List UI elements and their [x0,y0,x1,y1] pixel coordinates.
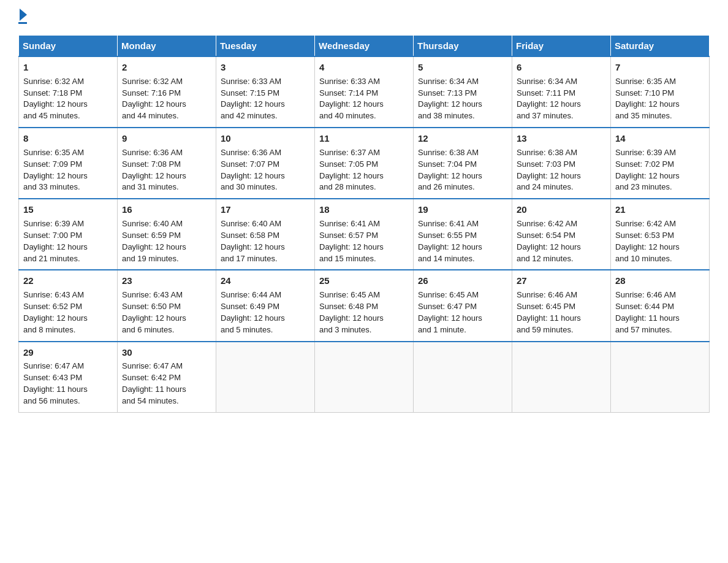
calendar-cell: 7Sunrise: 6:35 AMSunset: 7:10 PMDaylight… [611,56,710,128]
logo-arrow-icon [20,9,27,21]
day-number: 1 [23,61,113,74]
header-cell-friday: Friday [512,36,611,57]
day-info: Sunrise: 6:34 AMSunset: 7:11 PMDaylight:… [517,76,606,122]
day-info: Sunrise: 6:37 AMSunset: 7:05 PMDaylight:… [319,147,409,193]
week-row-1: 1Sunrise: 6:32 AMSunset: 7:18 PMDaylight… [19,56,710,128]
day-number: 17 [221,203,310,216]
day-info: Sunrise: 6:43 AMSunset: 6:52 PMDaylight:… [23,289,113,335]
header-cell-sunday: Sunday [19,36,118,57]
day-number: 29 [23,346,113,359]
day-info: Sunrise: 6:44 AMSunset: 6:49 PMDaylight:… [221,289,310,335]
day-info: Sunrise: 6:42 AMSunset: 6:53 PMDaylight:… [615,218,705,264]
day-info: Sunrise: 6:36 AMSunset: 7:07 PMDaylight:… [221,147,310,193]
calendar-cell: 12Sunrise: 6:38 AMSunset: 7:04 PMDayligh… [414,128,512,199]
week-row-2: 8Sunrise: 6:35 AMSunset: 7:09 PMDaylight… [19,128,710,199]
calendar-cell: 4Sunrise: 6:33 AMSunset: 7:14 PMDaylight… [315,56,414,128]
day-number: 3 [221,61,310,74]
calendar-cell: 17Sunrise: 6:40 AMSunset: 6:58 PMDayligh… [216,199,315,270]
day-info: Sunrise: 6:35 AMSunset: 7:10 PMDaylight:… [615,76,705,122]
calendar-body: 1Sunrise: 6:32 AMSunset: 7:18 PMDaylight… [19,56,710,412]
calendar-cell: 19Sunrise: 6:41 AMSunset: 6:55 PMDayligh… [414,199,512,270]
day-number: 9 [122,132,211,145]
header-row: SundayMondayTuesdayWednesdayThursdayFrid… [19,36,710,57]
day-info: Sunrise: 6:40 AMSunset: 6:58 PMDaylight:… [221,218,310,264]
day-number: 11 [319,132,409,145]
week-row-4: 22Sunrise: 6:43 AMSunset: 6:52 PMDayligh… [19,270,710,341]
day-number: 4 [319,61,409,74]
logo-underline [18,22,27,24]
calendar-cell: 11Sunrise: 6:37 AMSunset: 7:05 PMDayligh… [315,128,414,199]
header-cell-monday: Monday [118,36,216,57]
calendar-cell: 29Sunrise: 6:47 AMSunset: 6:43 PMDayligh… [19,342,118,413]
calendar-cell: 25Sunrise: 6:45 AMSunset: 6:48 PMDayligh… [315,270,414,341]
calendar-cell [512,342,611,413]
day-number: 27 [517,274,606,288]
day-number: 12 [418,132,507,145]
day-info: Sunrise: 6:40 AMSunset: 6:59 PMDaylight:… [122,218,211,264]
day-number: 26 [418,274,507,288]
day-number: 14 [615,132,705,145]
week-row-5: 29Sunrise: 6:47 AMSunset: 6:43 PMDayligh… [19,342,710,413]
day-number: 21 [615,203,705,216]
day-info: Sunrise: 6:47 AMSunset: 6:43 PMDaylight:… [23,361,113,407]
calendar-cell: 8Sunrise: 6:35 AMSunset: 7:09 PMDaylight… [19,128,118,199]
calendar-cell: 26Sunrise: 6:45 AMSunset: 6:47 PMDayligh… [414,270,512,341]
day-info: Sunrise: 6:35 AMSunset: 7:09 PMDaylight:… [23,147,113,193]
day-info: Sunrise: 6:38 AMSunset: 7:04 PMDaylight:… [418,147,507,193]
day-number: 20 [517,203,606,216]
logo [18,12,27,24]
day-info: Sunrise: 6:41 AMSunset: 6:55 PMDaylight:… [418,218,507,264]
day-info: Sunrise: 6:32 AMSunset: 7:16 PMDaylight:… [122,76,211,122]
calendar-cell: 2Sunrise: 6:32 AMSunset: 7:16 PMDaylight… [118,56,216,128]
calendar-cell: 22Sunrise: 6:43 AMSunset: 6:52 PMDayligh… [19,270,118,341]
day-number: 22 [23,274,113,288]
calendar-cell: 15Sunrise: 6:39 AMSunset: 7:00 PMDayligh… [19,199,118,270]
header-cell-saturday: Saturday [611,36,710,57]
day-number: 2 [122,61,211,74]
day-number: 19 [418,203,507,216]
calendar-cell: 27Sunrise: 6:46 AMSunset: 6:45 PMDayligh… [512,270,611,341]
day-number: 23 [122,274,211,288]
day-info: Sunrise: 6:41 AMSunset: 6:57 PMDaylight:… [319,218,409,264]
day-info: Sunrise: 6:33 AMSunset: 7:14 PMDaylight:… [319,76,409,122]
calendar-cell: 3Sunrise: 6:33 AMSunset: 7:15 PMDaylight… [216,56,315,128]
header-cell-thursday: Thursday [414,36,512,57]
day-info: Sunrise: 6:45 AMSunset: 6:47 PMDaylight:… [418,289,507,335]
calendar-cell: 24Sunrise: 6:44 AMSunset: 6:49 PMDayligh… [216,270,315,341]
day-number: 7 [615,61,705,74]
day-info: Sunrise: 6:36 AMSunset: 7:08 PMDaylight:… [122,147,211,193]
day-number: 16 [122,203,211,216]
calendar-cell: 10Sunrise: 6:36 AMSunset: 7:07 PMDayligh… [216,128,315,199]
header-cell-wednesday: Wednesday [315,36,414,57]
calendar-table: SundayMondayTuesdayWednesdayThursdayFrid… [18,35,710,413]
calendar-cell: 1Sunrise: 6:32 AMSunset: 7:18 PMDaylight… [19,56,118,128]
calendar-cell: 16Sunrise: 6:40 AMSunset: 6:59 PMDayligh… [118,199,216,270]
day-info: Sunrise: 6:33 AMSunset: 7:15 PMDaylight:… [221,76,310,122]
day-info: Sunrise: 6:43 AMSunset: 6:50 PMDaylight:… [122,289,211,335]
calendar-cell [611,342,710,413]
calendar-cell: 6Sunrise: 6:34 AMSunset: 7:11 PMDaylight… [512,56,611,128]
calendar-cell: 23Sunrise: 6:43 AMSunset: 6:50 PMDayligh… [118,270,216,341]
day-info: Sunrise: 6:42 AMSunset: 6:54 PMDaylight:… [517,218,606,264]
calendar-cell [414,342,512,413]
day-number: 13 [517,132,606,145]
day-number: 28 [615,274,705,288]
day-info: Sunrise: 6:46 AMSunset: 6:45 PMDaylight:… [517,289,606,335]
day-info: Sunrise: 6:47 AMSunset: 6:42 PMDaylight:… [122,361,211,407]
day-number: 6 [517,61,606,74]
header-cell-tuesday: Tuesday [216,36,315,57]
day-info: Sunrise: 6:38 AMSunset: 7:03 PMDaylight:… [517,147,606,193]
day-number: 30 [122,346,211,359]
calendar-cell: 30Sunrise: 6:47 AMSunset: 6:42 PMDayligh… [118,342,216,413]
calendar-cell: 28Sunrise: 6:46 AMSunset: 6:44 PMDayligh… [611,270,710,341]
calendar-cell: 18Sunrise: 6:41 AMSunset: 6:57 PMDayligh… [315,199,414,270]
calendar-cell: 13Sunrise: 6:38 AMSunset: 7:03 PMDayligh… [512,128,611,199]
day-number: 24 [221,274,310,288]
calendar-cell: 21Sunrise: 6:42 AMSunset: 6:53 PMDayligh… [611,199,710,270]
calendar-cell: 5Sunrise: 6:34 AMSunset: 7:13 PMDaylight… [414,56,512,128]
day-number: 8 [23,132,113,145]
calendar-header: SundayMondayTuesdayWednesdayThursdayFrid… [19,36,710,57]
day-number: 18 [319,203,409,216]
page-header [18,12,710,24]
day-info: Sunrise: 6:32 AMSunset: 7:18 PMDaylight:… [23,76,113,122]
